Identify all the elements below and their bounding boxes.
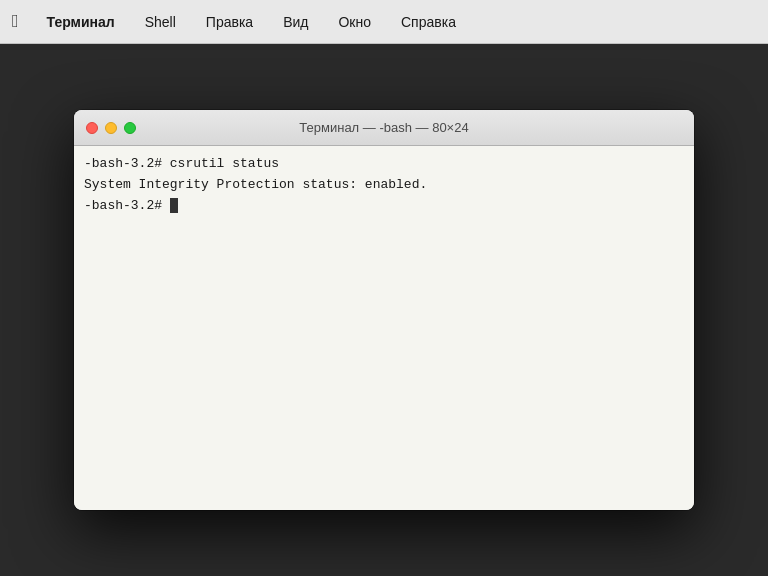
- terminal-titlebar: Терминал — -bash — 80×24: [74, 110, 694, 146]
- minimize-button[interactable]: [105, 122, 117, 134]
- terminal-window: Терминал — -bash — 80×24 -bash-3.2# csru…: [74, 110, 694, 510]
- terminal-line-2: System Integrity Protection status: enab…: [84, 175, 684, 196]
- terminal-content[interactable]: -bash-3.2# csrutil status System Integri…: [74, 146, 694, 510]
- menubar-item-spravka[interactable]: Справка: [395, 12, 462, 32]
- menubar-item-terminal[interactable]: Терминал: [41, 12, 121, 32]
- menubar:  Терминал Shell Правка Вид Окно Справка: [0, 0, 768, 44]
- terminal-cursor: [170, 198, 178, 213]
- terminal-title: Терминал — -bash — 80×24: [299, 120, 468, 135]
- menubar-item-okno[interactable]: Окно: [332, 12, 377, 32]
- maximize-button[interactable]: [124, 122, 136, 134]
- menubar-item-vid[interactable]: Вид: [277, 12, 314, 32]
- menubar-item-shell[interactable]: Shell: [139, 12, 182, 32]
- apple-menu[interactable]: : [12, 11, 19, 32]
- terminal-line-3: -bash-3.2#: [84, 196, 684, 217]
- menubar-item-pravka[interactable]: Правка: [200, 12, 259, 32]
- terminal-line-1: -bash-3.2# csrutil status: [84, 154, 684, 175]
- close-button[interactable]: [86, 122, 98, 134]
- desktop: Терминал — -bash — 80×24 -bash-3.2# csru…: [0, 44, 768, 576]
- traffic-lights: [86, 122, 136, 134]
